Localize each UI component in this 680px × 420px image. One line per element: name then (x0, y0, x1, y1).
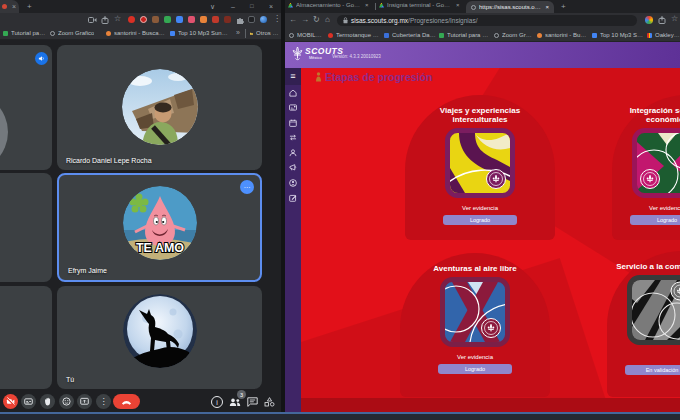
media-icon[interactable] (88, 16, 97, 24)
tab-divider (375, 3, 376, 10)
sidebar-menu-button[interactable]: ≡ (285, 68, 301, 85)
meeting-info-button[interactable]: i (211, 396, 223, 408)
status-button[interactable]: En validación (625, 365, 680, 375)
extension-icon[interactable] (248, 16, 255, 23)
extension-icon[interactable] (188, 16, 195, 23)
bookmark-favicon (647, 33, 652, 38)
more-options-button[interactable]: ⋮ (96, 394, 111, 409)
reload-icon[interactable]: ↻ (313, 16, 320, 24)
bookmark-item[interactable]: Tutorial para Hard... (439, 32, 491, 38)
activities-icon (264, 397, 275, 407)
tab-close-icon[interactable]: × (12, 3, 16, 10)
tab-drive-1[interactable]: Almacenamiento - Google Drive × (288, 2, 372, 8)
new-tab-button[interactable]: + (561, 3, 566, 11)
back-icon[interactable]: ← (289, 16, 297, 24)
extension-icon[interactable] (176, 16, 183, 23)
status-button[interactable]: Logrado (630, 215, 680, 225)
extension-icon[interactable] (224, 16, 231, 23)
right-bookmarks-bar: MOBILE DVR Termotanque de re... Cuberter… (285, 28, 680, 42)
extension-icon[interactable] (200, 16, 207, 23)
card-title: Aventuras al aire libre (423, 264, 527, 273)
captions-button[interactable] (21, 394, 36, 409)
card-title: Viajes y experiencias interculturales (428, 106, 532, 124)
extension-icon[interactable] (128, 16, 135, 23)
extension-icon[interactable] (164, 16, 171, 23)
bookmark-favicon (328, 33, 333, 38)
bookmark-item[interactable]: MOBILE DVR (289, 32, 325, 38)
camera-off-icon (6, 397, 15, 406)
raise-hand-button[interactable] (40, 394, 55, 409)
other-bookmarks-button[interactable]: Otros marcadores (250, 30, 281, 36)
site-sidebar: ≡ (285, 68, 301, 412)
partial-tab[interactable]: × (0, 0, 19, 13)
extension-icon[interactable] (212, 16, 219, 23)
chrome-menu-icon[interactable]: ⋮ (273, 15, 281, 23)
tab-close-icon[interactable]: × (545, 4, 549, 10)
sidebar-profile-icon[interactable] (285, 175, 301, 190)
bookmarks-overflow-icon[interactable]: » (236, 29, 240, 36)
tab-scouts-active[interactable]: https://sisas.scouts.org.mx/Prog... × (466, 1, 554, 13)
present-icon (80, 397, 89, 406)
bookmark-item[interactable]: santorini - Buscar c... (537, 32, 589, 38)
address-bar[interactable]: sisas.scouts.org.mx/Progresiones/Insigni… (337, 15, 637, 26)
tab-close-icon[interactable]: × (365, 2, 369, 8)
tab-close-icon[interactable]: × (456, 2, 460, 8)
sidebar-home-icon[interactable] (285, 85, 301, 100)
home-icon[interactable]: ⌂ (325, 16, 330, 24)
avatar (123, 294, 197, 368)
sidebar-edit-icon[interactable] (285, 190, 301, 205)
sidebar-transfers-icon[interactable] (285, 130, 301, 145)
bookmark-item[interactable]: Top 10 Mp3 Sungla... (592, 32, 644, 38)
window-maximize-button[interactable]: □ (250, 3, 254, 9)
participant-tile-self: Tú (57, 286, 262, 389)
folder-icon (250, 31, 253, 36)
bookmark-item[interactable]: Zoom Grafico (494, 32, 534, 38)
tile-more-options-button[interactable]: ⋯ (240, 180, 254, 194)
participant-name: Ricardo Daniel Lepe Rocha (66, 157, 152, 164)
sidebar-person-icon[interactable] (285, 145, 301, 160)
sidebar-calendar-icon[interactable] (285, 115, 301, 130)
bookmark-item[interactable]: Oakley Thump P... (647, 32, 680, 38)
bookmark-item[interactable]: Cubertería Dalper... (384, 32, 436, 38)
bookmark-favicon (170, 31, 175, 36)
end-call-button[interactable] (113, 394, 140, 409)
profile-avatar[interactable] (260, 16, 267, 23)
bookmark-item[interactable]: santorini - Buscar c... (106, 30, 166, 36)
avatar (122, 69, 198, 145)
people-count-badge: 3 (237, 390, 246, 399)
bookmark-favicon (592, 33, 597, 38)
status-button[interactable]: Logrado (438, 364, 512, 374)
bookmark-item[interactable]: Tutorial para Hard... (3, 30, 46, 36)
evidence-link[interactable]: Ver evidencia (462, 205, 498, 211)
share-icon[interactable] (101, 16, 109, 24)
evidence-link[interactable]: Ver evidencia (457, 354, 493, 360)
participant-name: Efrym Jaime (68, 267, 107, 274)
window-close-button[interactable]: × (269, 3, 273, 10)
reactions-button[interactable] (59, 394, 74, 409)
activities-button[interactable] (263, 396, 276, 408)
participant-tile-partial (0, 173, 52, 282)
window-minimize-button[interactable]: – (231, 3, 235, 10)
bookmark-item[interactable]: Top 10 Mp3 Sungla... (170, 30, 230, 36)
share-icon[interactable] (658, 16, 666, 24)
bookmark-item[interactable]: Zoom Grafico (50, 30, 100, 36)
bookmark-star-icon[interactable]: ☆ (671, 15, 678, 23)
status-button[interactable]: Logrado (443, 215, 517, 225)
present-screen-button[interactable] (77, 394, 92, 409)
forward-icon[interactable]: → (301, 16, 309, 24)
camera-off-button[interactable] (3, 394, 18, 409)
window-chevron-icon[interactable]: ∨ (210, 3, 215, 10)
tab-drive-2[interactable]: Insignia terminal - Google Drive × (379, 2, 463, 8)
profile-theme-icon[interactable] (645, 16, 653, 24)
bookmark-item[interactable]: Termotanque de re... (328, 32, 381, 38)
progression-card-viajes: Viajes y experiencias interculturales (405, 95, 555, 240)
extension-icon[interactable] (152, 16, 159, 23)
puzzle-extensions-icon[interactable] (236, 16, 244, 24)
evidence-link[interactable]: Ver evidencia (649, 205, 680, 211)
new-tab-button[interactable]: + (27, 3, 32, 11)
chat-panel-button[interactable] (246, 396, 259, 408)
sidebar-idcard-icon[interactable] (285, 100, 301, 115)
extension-icon[interactable] (140, 16, 147, 23)
bookmark-star-icon[interactable]: ☆ (114, 15, 121, 23)
sidebar-megaphone-icon[interactable] (285, 160, 301, 175)
